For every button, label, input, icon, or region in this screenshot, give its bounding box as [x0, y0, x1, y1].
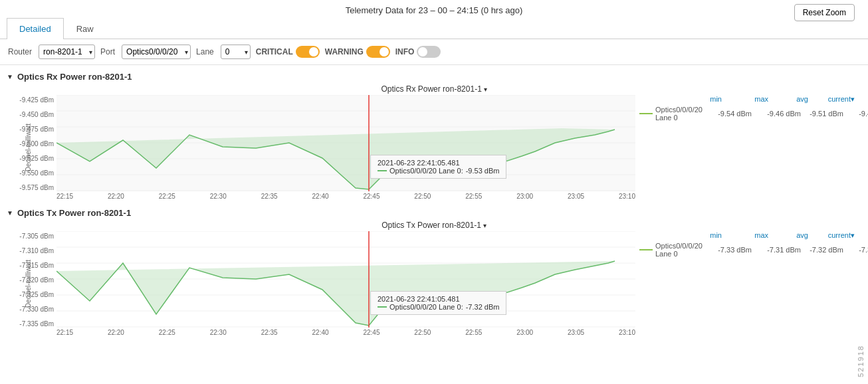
tx-y-tick-0: -7.305 dBm — [19, 233, 54, 240]
rx-tooltip-dot — [378, 170, 387, 171]
info-toggle[interactable] — [417, 46, 441, 58]
port-select[interactable]: Optics0/0/0/20 — [122, 45, 191, 59]
tx-x-tick-0: 22:15 — [56, 329, 73, 336]
rx-chart-svg — [56, 95, 635, 191]
rx-tooltip-time: 2021-06-23 22:41:05.481 — [378, 159, 499, 167]
tx-x-tick-5: 22:40 — [312, 329, 329, 336]
tx-section-title: Optics Tx Power ron-8201-1 — [17, 208, 131, 218]
info-filter-group: INFO — [395, 46, 441, 58]
rx-legend-name: Optics0/0/0/20 Lane 0 — [655, 106, 703, 122]
rx-legend-current-header: current▾ — [808, 95, 855, 104]
tx-tooltip-dot — [378, 306, 387, 308]
tx-chart-title-link[interactable]: Optics Tx Power ron-8201-1 — [381, 221, 487, 230]
rx-x-tick-6: 22:45 — [363, 193, 380, 200]
tx-tooltip-name: Optics0/0/0/20 Lane 0: — [389, 303, 463, 311]
rx-x-tick-3: 22:30 — [210, 193, 227, 200]
tx-x-tick-4: 22:35 — [261, 329, 278, 336]
rx-tooltip: 2021-06-23 22:41:05.481 Optics0/0/0/20 L… — [370, 155, 506, 179]
rx-y-tick-0: -9.425 dBm — [19, 96, 54, 104]
router-label: Router — [8, 47, 32, 56]
tx-legend-min-header: min — [675, 231, 722, 240]
tx-x-tick-3: 22:30 — [210, 329, 227, 336]
critical-label: CRITICAL — [256, 47, 293, 56]
tx-tooltip-item: Optics0/0/0/20 Lane 0: -7.32 dBm — [378, 303, 499, 311]
rx-section: ▼ Optics Rx Power ron-8201-1 Optics Rx P… — [0, 65, 868, 200]
rx-legend-avg-header: avg — [768, 95, 808, 104]
rx-y-axis-label: Decibel-milliwatt — [25, 124, 32, 171]
rx-tooltip-value: -9.53 dBm — [466, 167, 500, 175]
warning-toggle[interactable] — [366, 46, 390, 58]
rx-x-tick-7: 22:50 — [414, 193, 431, 200]
rx-legend-line-icon — [639, 113, 653, 114]
rx-legend-min: -9.54 dBm — [705, 110, 752, 118]
tx-x-tick-1: 22:20 — [108, 329, 124, 336]
rx-x-tick-5: 22:40 — [312, 193, 329, 200]
tx-chart-svg — [56, 231, 635, 328]
rx-legend-avg: -9.51 dBm — [804, 110, 843, 118]
rx-x-tick-4: 22:35 — [261, 193, 278, 200]
tx-section-header[interactable]: ▼ Optics Tx Power ron-8201-1 — [7, 205, 861, 221]
tx-legend-max: -7.31 dBm — [754, 246, 801, 254]
rx-tooltip-item: Optics0/0/0/20 Lane 0: -9.53 dBm — [378, 167, 499, 175]
rx-chart-title-link[interactable]: Optics Rx Power ron-8201-1 — [381, 84, 487, 94]
rx-chart-title-row: Optics Rx Power ron-8201-1 — [13, 84, 855, 94]
warning-filter-group: WARNING — [325, 46, 390, 58]
tx-x-tick-2: 22:25 — [159, 329, 175, 336]
critical-toggle[interactable] — [296, 46, 320, 58]
rx-x-tick-11: 23:10 — [619, 193, 635, 200]
tx-legend-max-header: max — [722, 231, 768, 240]
tab-detailed[interactable]: Detailed — [7, 18, 64, 39]
tx-y-tick-1: -7.310 dBm — [19, 247, 54, 254]
rx-chevron-icon: ▼ — [7, 73, 13, 80]
tx-x-tick-9: 23:00 — [516, 329, 533, 336]
tx-y-axis-label: Decibel-milliwatt — [25, 260, 32, 308]
tx-legend-avg-header: avg — [768, 231, 808, 240]
tx-tooltip-time: 2021-06-23 22:41:05.481 — [378, 295, 499, 303]
tx-legend-min: -7.33 dBm — [705, 246, 752, 254]
tabs-bar: Detailed Raw — [0, 18, 868, 39]
tab-raw[interactable]: Raw — [64, 18, 106, 39]
rx-legend-current: -9.48 dBm — [846, 110, 868, 118]
tx-x-tick-10: 23:05 — [568, 329, 584, 336]
tx-chevron-icon: ▼ — [7, 209, 13, 217]
watermark: 521918 — [857, 345, 865, 377]
rx-x-tick-10: 23:05 — [568, 193, 584, 200]
charts-wrapper: ▼ Optics Rx Power ron-8201-1 Optics Rx P… — [0, 65, 868, 336]
critical-filter-group: CRITICAL — [256, 46, 320, 58]
rx-y-tick-1: -9.450 dBm — [19, 111, 54, 118]
tx-x-tick-11: 23:10 — [619, 329, 635, 336]
rx-legend-min-header: min — [675, 95, 722, 104]
rx-x-tick-2: 22:25 — [159, 193, 175, 200]
tx-y-tick-6: -7.335 dBm — [19, 320, 54, 328]
tx-tooltip-value: -7.32 dBm — [466, 303, 500, 311]
rx-y-tick-6: -9.575 dBm — [19, 184, 54, 191]
rx-x-tick-8: 22:55 — [465, 193, 482, 200]
rx-x-tick-1: 22:20 — [108, 193, 124, 200]
lane-select[interactable]: 0 — [221, 45, 251, 59]
tx-section: ▼ Optics Tx Power ron-8201-1 Optics Tx P… — [0, 201, 868, 336]
tx-legend-current: -7.31 dBm — [846, 246, 868, 254]
rx-legend: min max avg current▾ Optics0/0/0/20 Lane… — [635, 95, 855, 200]
tx-legend-avg: -7.32 dBm — [804, 246, 843, 254]
info-label: INFO — [395, 47, 415, 56]
tx-x-tick-8: 22:55 — [465, 329, 482, 336]
rx-section-title: Optics Rx Power ron-8201-1 — [17, 72, 132, 82]
tx-chart-title-row: Optics Tx Power ron-8201-1 — [13, 221, 855, 230]
tx-legend: min max avg current▾ Optics0/0/0/20 Lane… — [635, 231, 855, 336]
router-select[interactable]: ron-8201-1 — [39, 45, 95, 59]
svg-marker-16 — [56, 261, 615, 326]
tx-legend-line-icon — [639, 249, 653, 250]
tx-legend-current-header: current▾ — [808, 231, 855, 240]
reset-zoom-button[interactable]: Reset Zoom — [794, 4, 855, 21]
rx-x-tick-9: 23:00 — [516, 193, 533, 200]
rx-legend-max: -9.46 dBm — [754, 110, 801, 118]
port-label: Port — [100, 47, 115, 56]
rx-tooltip-name: Optics0/0/0/20 Lane 0: — [389, 167, 463, 175]
rx-x-tick-0: 22:15 — [56, 193, 73, 200]
rx-section-header[interactable]: ▼ Optics Rx Power ron-8201-1 — [7, 69, 861, 84]
warning-label: WARNING — [325, 47, 364, 56]
tx-x-tick-7: 22:50 — [414, 329, 431, 336]
filter-bar: Router ron-8201-1 Port Optics0/0/0/20 La… — [0, 39, 868, 65]
tx-tooltip: 2021-06-23 22:41:05.481 Optics0/0/0/20 L… — [370, 291, 506, 315]
page-title: Telemetry Data for 23 – 00 – 24:15 (0 hr… — [0, 0, 868, 18]
